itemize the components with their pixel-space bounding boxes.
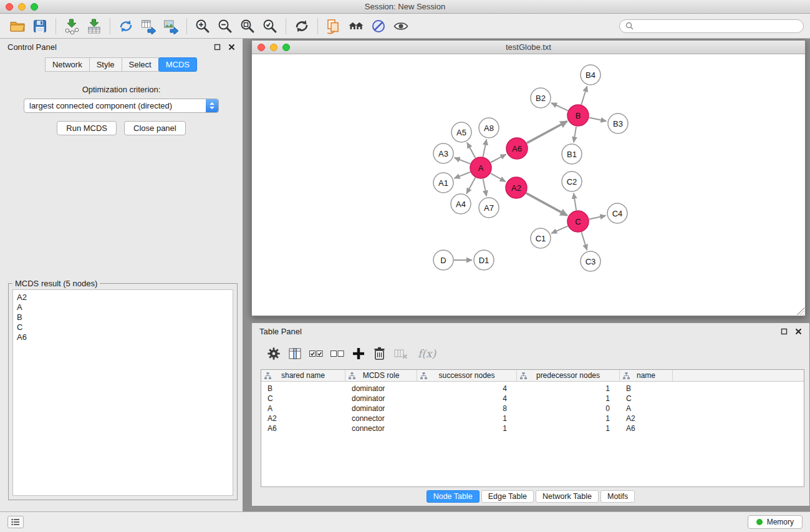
tab-network-table[interactable]: Network Table [536, 490, 599, 503]
node-A3[interactable]: A3 [433, 143, 453, 163]
node-A4[interactable]: A4 [451, 194, 471, 214]
resize-grip[interactable] [797, 307, 804, 315]
close-panel-icon[interactable] [228, 44, 235, 51]
edge-A-A3[interactable] [455, 158, 471, 164]
edge-B-B1[interactable] [574, 127, 576, 142]
node-B[interactable]: B [567, 105, 589, 126]
node-A6[interactable]: A6 [506, 138, 528, 159]
column-header-name[interactable]: name [620, 370, 673, 381]
node-A8[interactable]: A8 [479, 118, 499, 138]
edge-C-C4[interactable] [589, 216, 606, 220]
tab-select[interactable]: Select [122, 57, 159, 72]
edge-B-B2[interactable] [551, 103, 568, 110]
task-history-button[interactable] [7, 516, 24, 528]
select-all-icon[interactable] [306, 343, 327, 364]
run-mcds-button[interactable]: Run MCDS [57, 121, 117, 135]
export-table-icon[interactable] [137, 16, 160, 37]
tab-motifs[interactable]: Motifs [600, 490, 635, 503]
float-table-panel-icon[interactable] [781, 328, 788, 335]
node-D[interactable]: D [433, 250, 453, 270]
edge-A-A7[interactable] [483, 179, 487, 196]
network-close-button[interactable] [258, 44, 265, 51]
edge-A-A6[interactable] [491, 154, 506, 162]
zoom-out-icon[interactable] [214, 16, 236, 37]
column-header-successor-nodes[interactable]: successor nodes [417, 370, 517, 381]
toggle-details-icon[interactable] [367, 16, 390, 37]
delete-row-icon[interactable] [369, 343, 390, 364]
table-row[interactable]: Adominator80A [261, 404, 804, 414]
node-C4[interactable]: C4 [607, 203, 627, 223]
node-A2[interactable]: A2 [506, 177, 527, 198]
zoom-in-icon[interactable] [191, 16, 214, 37]
node-C[interactable]: C [567, 211, 589, 232]
tab-edge-table[interactable]: Edge Table [481, 490, 534, 503]
close-table-panel-icon[interactable] [795, 328, 802, 335]
node-A[interactable]: A [470, 157, 491, 178]
delete-column-icon[interactable] [390, 343, 412, 364]
node-C1[interactable]: C1 [531, 228, 551, 248]
zoom-fit-icon[interactable] [236, 16, 259, 37]
edge-A-A2[interactable] [491, 173, 506, 181]
column-header-predecessor-nodes[interactable]: predecessor nodes [517, 370, 620, 381]
column-header-shared-name[interactable]: shared name [261, 370, 345, 381]
node-A5[interactable]: A5 [451, 122, 471, 142]
tab-node-table[interactable]: Node Table [427, 490, 480, 503]
apply-layout-icon[interactable] [291, 16, 313, 37]
first-neighbors-icon[interactable] [322, 16, 345, 37]
import-network-icon[interactable] [60, 16, 83, 37]
minimize-window-button[interactable] [18, 3, 26, 11]
edge-A-A1[interactable] [455, 172, 471, 178]
node-B4[interactable]: B4 [581, 65, 600, 85]
unselect-all-icon[interactable] [327, 343, 348, 364]
edge-B-B4[interactable] [581, 86, 587, 105]
tab-mcds[interactable]: MCDS [158, 57, 197, 72]
import-table-icon[interactable] [83, 16, 105, 37]
close-panel-button[interactable]: Close panel [124, 121, 186, 135]
node-B2[interactable]: B2 [531, 88, 551, 108]
edge-A-A8[interactable] [483, 140, 487, 157]
node-A7[interactable]: A7 [479, 198, 499, 218]
edge-A2-C[interactable] [526, 193, 567, 216]
close-window-button[interactable] [6, 3, 13, 11]
open-session-icon[interactable] [6, 16, 29, 37]
node-B1[interactable]: B1 [562, 144, 582, 164]
node-D1[interactable]: D1 [474, 250, 494, 270]
node-C2[interactable]: C2 [562, 172, 582, 191]
network-minimize-button[interactable] [270, 44, 277, 51]
save-session-icon[interactable] [29, 16, 51, 37]
edge-A-A4[interactable] [466, 178, 475, 194]
search-field[interactable] [619, 19, 804, 33]
node-C3[interactable]: C3 [581, 251, 600, 271]
network-zoom-button[interactable] [282, 44, 290, 51]
edge-C-C2[interactable] [574, 193, 576, 210]
memory-button[interactable]: Memory [748, 515, 803, 529]
node-A1[interactable]: A1 [433, 173, 453, 193]
new-row-icon[interactable] [348, 343, 369, 364]
home-icon[interactable] [345, 16, 367, 37]
edge-B-B3[interactable] [589, 118, 607, 122]
zoom-selected-icon[interactable] [259, 16, 281, 37]
edge-C-C3[interactable] [581, 232, 587, 250]
network-canvas[interactable]: B4B2BB3A5A8A6B1A3AC2A1A2A4A7C4CC1C3DD1 [252, 54, 805, 316]
export-image-icon[interactable] [160, 16, 182, 37]
table-row[interactable]: A6connector11A6 [261, 423, 804, 433]
edge-A-A5[interactable] [467, 143, 475, 158]
clone-network-icon[interactable] [115, 16, 137, 37]
table-row[interactable]: Cdominator41C [261, 394, 804, 404]
gear-icon[interactable] [263, 343, 284, 364]
tab-network[interactable]: Network [45, 57, 90, 72]
node-B3[interactable]: B3 [608, 114, 628, 133]
edge-C-C1[interactable] [551, 226, 567, 233]
edge-A6-B[interactable] [527, 122, 567, 143]
table-row[interactable]: A2connector11A2 [261, 414, 804, 423]
table-row[interactable]: Bdominator41B [261, 384, 804, 394]
birdseye-icon[interactable] [390, 16, 412, 37]
search-input[interactable] [637, 22, 798, 31]
optimization-dropdown[interactable]: largest connected component (directed) [24, 99, 219, 113]
tab-style[interactable]: Style [89, 57, 122, 72]
zoom-window-button[interactable] [31, 3, 38, 11]
function-builder-icon[interactable]: f(x) [418, 347, 436, 360]
float-panel-icon[interactable] [214, 44, 221, 51]
column-select-icon[interactable] [284, 343, 306, 364]
column-header-mcds-role[interactable]: MCDS role [345, 370, 417, 381]
